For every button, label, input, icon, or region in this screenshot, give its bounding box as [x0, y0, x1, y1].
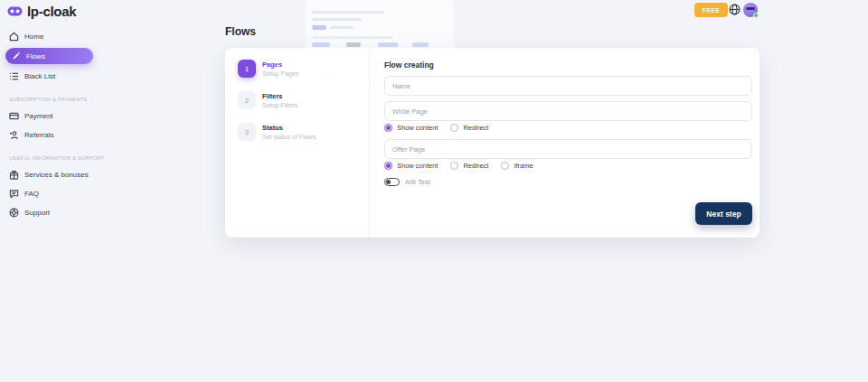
sidebar-item-label: Support	[24, 209, 50, 217]
sidebar-item-label: Flows	[26, 52, 45, 61]
ab-test-toggle-row: A/B Test	[384, 177, 430, 186]
radio-show-content[interactable]: Show content	[384, 162, 438, 170]
avatar-sunglasses	[746, 7, 755, 10]
offer-page-radio-group: Show content Redirect Iframe	[384, 161, 533, 170]
mask-logo-icon	[7, 6, 23, 16]
referrals-person-icon	[9, 130, 19, 140]
lifebuoy-icon	[9, 208, 19, 218]
step-number-badge: 3	[238, 123, 256, 141]
topbar: lp-cloak FREE	[0, 0, 868, 20]
white-page-input[interactable]	[384, 101, 752, 121]
page-title: Flows	[225, 25, 256, 38]
radio-iframe[interactable]: Iframe	[501, 162, 533, 170]
user-avatar[interactable]	[743, 3, 758, 17]
ab-test-label: A/B Test	[405, 178, 430, 186]
section-label: SUBSCRIPTION & PAYMENTS	[9, 97, 88, 102]
chat-bubble-icon	[9, 189, 19, 199]
sidebar-item-faq[interactable]: FAQ	[0, 184, 93, 203]
home-icon	[9, 32, 19, 42]
sidebar-section-support: USEFUL INFORMATION & SUPPORT	[0, 153, 93, 163]
sidebar-item-payment[interactable]: Payment	[0, 107, 93, 126]
radio-circle-icon	[384, 124, 392, 132]
gift-icon	[9, 170, 19, 180]
sidebar: Home Flows Black List SUBSCRIPTION & PAY…	[0, 27, 93, 222]
step-pages[interactable]: 1 Pages Setup Pages	[238, 60, 298, 78]
free-plan-button[interactable]: FREE	[694, 3, 728, 17]
step-subtitle: Set status of Flows	[262, 134, 316, 140]
language-globe-icon[interactable]	[729, 4, 741, 15]
radio-circle-icon	[450, 162, 458, 170]
modal-divider	[369, 48, 370, 238]
app-logo: lp-cloak	[7, 4, 76, 19]
sidebar-item-referrals[interactable]: Referrals	[0, 126, 93, 144]
toggle-knob	[386, 180, 391, 184]
sidebar-item-home[interactable]: Home	[0, 27, 93, 46]
name-input[interactable]	[384, 76, 752, 96]
section-label: USEFUL INFORMATION & SUPPORT	[9, 155, 105, 161]
sidebar-item-label: Payment	[24, 112, 53, 120]
section-divider	[91, 99, 93, 100]
sidebar-section-subscription: SUBSCRIPTION & PAYMENTS	[0, 94, 93, 105]
sidebar-item-flows[interactable]: Flows	[5, 48, 93, 64]
step-number-badge: 1	[238, 60, 256, 78]
white-page-radio-group: Show content Redirect	[384, 123, 488, 132]
next-step-button[interactable]: Next step	[695, 202, 752, 225]
step-title: Status	[262, 123, 316, 132]
step-title: Pages	[262, 60, 298, 69]
radio-circle-icon	[450, 124, 458, 132]
sidebar-item-services-bonuses[interactable]: Services & bonuses	[0, 165, 93, 184]
flows-icon	[11, 51, 21, 61]
sidebar-item-label: Home	[24, 33, 43, 41]
sidebar-item-label: Referrals	[24, 131, 53, 139]
online-status-dot	[753, 13, 759, 18]
step-title: Filters	[262, 91, 297, 100]
step-number-badge: 2	[238, 91, 256, 109]
sidebar-item-support[interactable]: Support	[0, 203, 93, 222]
step-subtitle: Setup Pages	[262, 70, 298, 77]
radio-show-content[interactable]: Show content	[384, 124, 438, 132]
step-subtitle: Setup Filters	[262, 102, 297, 108]
radio-redirect[interactable]: Redirect	[450, 124, 488, 132]
sidebar-item-label: Services & bonuses	[24, 171, 89, 179]
list-icon	[9, 71, 19, 81]
sidebar-item-label: Black List	[24, 72, 55, 80]
logo-text: lp-cloak	[27, 4, 76, 19]
ab-test-toggle[interactable]	[384, 178, 400, 186]
radio-redirect[interactable]: Redirect	[450, 162, 488, 170]
modal-title: Flow creating	[384, 61, 434, 70]
radio-circle-icon	[501, 162, 509, 170]
radio-circle-icon	[384, 162, 392, 170]
sidebar-item-black-list[interactable]: Black List	[0, 67, 93, 86]
credit-card-icon	[9, 111, 19, 121]
offer-page-input[interactable]	[384, 139, 752, 159]
step-filters[interactable]: 2 Filters Setup Filters	[238, 91, 297, 109]
sidebar-item-label: FAQ	[24, 190, 39, 198]
flow-creating-modal: 1 Pages Setup Pages 2 Filters Setup Filt…	[225, 48, 760, 238]
step-status[interactable]: 3 Status Set status of Flows	[238, 123, 316, 141]
